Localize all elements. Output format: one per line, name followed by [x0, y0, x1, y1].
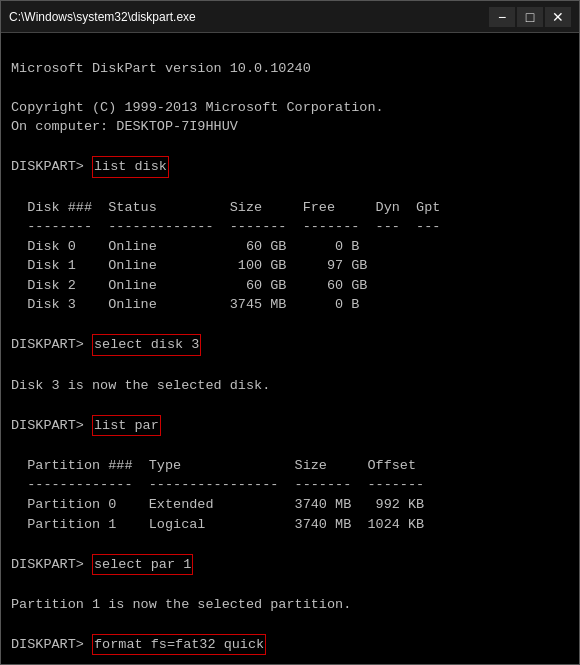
command-line: DISKPART> select disk 3: [11, 334, 569, 356]
output-line: Disk 2 Online 60 GB 60 GB: [11, 276, 569, 296]
command-line: DISKPART> format fs=fat32 quick: [11, 634, 569, 656]
window-controls: − □ ✕: [489, 7, 571, 27]
output-line: -------- ------------- ------- ------- -…: [11, 217, 569, 237]
command-text: list par: [92, 415, 161, 437]
output-line: ------------- ---------------- ------- -…: [11, 475, 569, 495]
blank-line: [11, 356, 569, 376]
output-line: Disk 3 Online 3745 MB 0 B: [11, 295, 569, 315]
prompt-text: DISKPART>: [11, 555, 92, 575]
command-line: DISKPART> list disk: [11, 156, 569, 178]
blank-line: [11, 39, 569, 59]
blank-line: [11, 655, 569, 664]
output-line: Disk 1 Online 100 GB 97 GB: [11, 256, 569, 276]
prompt-text: DISKPART>: [11, 157, 92, 177]
window-title: C:\Windows\system32\diskpart.exe: [9, 10, 196, 24]
output-line: Partition 1 Logical 3740 MB 1024 KB: [11, 515, 569, 535]
blank-line: [11, 614, 569, 634]
prompt-text: DISKPART>: [11, 416, 92, 436]
blank-line: [11, 395, 569, 415]
prompt-text: DISKPART>: [11, 635, 92, 655]
blank-line: [11, 534, 569, 554]
command-text: format fs=fat32 quick: [92, 634, 266, 656]
console-output: Microsoft DiskPart version 10.0.10240 Co…: [1, 33, 579, 664]
output-line: Copyright (C) 1999-2013 Microsoft Corpor…: [11, 98, 569, 118]
blank-line: [11, 315, 569, 335]
blank-line: [11, 575, 569, 595]
output-line: Partition 1 is now the selected partitio…: [11, 595, 569, 615]
prompt-text: DISKPART>: [11, 335, 92, 355]
close-button[interactable]: ✕: [545, 7, 571, 27]
output-line: Microsoft DiskPart version 10.0.10240: [11, 59, 569, 79]
blank-line: [11, 436, 569, 456]
minimize-button[interactable]: −: [489, 7, 515, 27]
output-line: Disk 3 is now the selected disk.: [11, 376, 569, 396]
command-line: DISKPART> select par 1: [11, 554, 569, 576]
maximize-button[interactable]: □: [517, 7, 543, 27]
output-line: Partition ### Type Size Offset: [11, 456, 569, 476]
output-line: On computer: DESKTOP-7I9HHUV: [11, 117, 569, 137]
blank-line: [11, 178, 569, 198]
blank-line: [11, 78, 569, 98]
blank-line: [11, 137, 569, 157]
output-line: Partition 0 Extended 3740 MB 992 KB: [11, 495, 569, 515]
command-text: select disk 3: [92, 334, 201, 356]
title-bar: C:\Windows\system32\diskpart.exe − □ ✕: [1, 1, 579, 33]
output-line: Disk 0 Online 60 GB 0 B: [11, 237, 569, 257]
command-text: select par 1: [92, 554, 193, 576]
command-text: list disk: [92, 156, 169, 178]
command-line: DISKPART> list par: [11, 415, 569, 437]
terminal-window: C:\Windows\system32\diskpart.exe − □ ✕ M…: [0, 0, 580, 665]
output-line: Disk ### Status Size Free Dyn Gpt: [11, 198, 569, 218]
